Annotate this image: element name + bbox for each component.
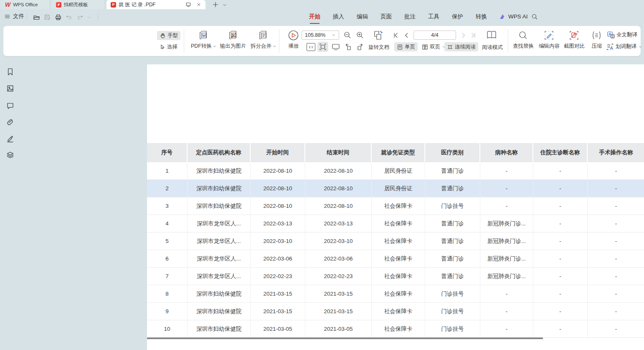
menu-tab-comment[interactable]: 批注 (404, 10, 416, 23)
table-header-cell: 手术操作名称 (588, 143, 644, 162)
layers-panel-button[interactable] (5, 150, 15, 159)
table-row[interactable]: 4深圳市龙华区人...2022-03-132022-03-13社会保障卡普通门诊… (147, 215, 644, 232)
compress-label: 压缩 (592, 43, 602, 49)
menu-tab-edit[interactable]: 编辑 (357, 10, 368, 23)
divider (508, 29, 508, 53)
signature-panel-button[interactable] (5, 134, 15, 143)
select-tool-button[interactable]: 选择 (157, 42, 180, 51)
table-row[interactable]: 9深圳市妇幼保健院2021-03-152021-03-15社会保障卡门诊挂号--… (147, 303, 644, 320)
menu-tab-tools[interactable]: 工具 (428, 10, 439, 23)
table-row[interactable]: 10深圳市妇幼保健院2021-03-052021-03-05社会保障卡门诊挂号-… (147, 320, 644, 338)
table-cell: 2022-08-10 (305, 162, 372, 180)
zoom-level-value: 105.88% (305, 32, 325, 38)
wps-ai-logo-icon (499, 13, 506, 20)
export-image-label: 输出为图片 (220, 43, 246, 49)
full-translate-button[interactable]: 全文翻译 (607, 31, 637, 38)
double-page-label: 双页 (430, 43, 440, 51)
table-cell: - (533, 268, 588, 285)
read-mode-label[interactable]: 阅读模式 (482, 44, 503, 51)
zoom-level-select[interactable]: 105.88% (302, 31, 339, 40)
table-cell: 2021-03-15 (305, 303, 372, 320)
table-cell: - (533, 162, 588, 180)
comment-panel-button[interactable] (5, 101, 15, 110)
quick-access-chevron-icon[interactable] (86, 15, 91, 20)
first-page-icon[interactable] (393, 32, 399, 38)
table-row[interactable]: 6深圳市龙华区人...2022-03-062022-03-06社会保障卡普通门诊… (147, 250, 644, 268)
menu-tab-protect[interactable]: 保护 (452, 10, 463, 23)
menu-tab-convert[interactable]: 转换 (476, 10, 487, 23)
table-cell: - (533, 197, 588, 215)
table-cell: 2021-03-15 (251, 285, 305, 303)
table-cell: 社会保障卡 (372, 197, 425, 215)
menu-tab-insert[interactable]: 插入 (333, 10, 344, 23)
actual-size-button[interactable]: 1:1 (307, 43, 315, 51)
zoom-out-icon[interactable] (343, 31, 352, 39)
table-cell: - (533, 215, 588, 232)
page-number-input[interactable]: 4/4 (413, 31, 456, 40)
table-row[interactable]: 5深圳市龙华区人...2022-03-102022-03-10社会保障卡普通门诊… (147, 232, 644, 250)
table-cell: - (588, 162, 644, 180)
table-cell: 2022-03-06 (251, 250, 305, 268)
replace-pages-icon[interactable] (373, 30, 384, 41)
table-scrollbar-thumb[interactable] (147, 337, 543, 339)
save-button[interactable] (43, 13, 52, 22)
table-row[interactable]: 3深圳市妇幼保健院2022-08-102022-08-10社会保障卡门诊挂号--… (147, 197, 644, 215)
close-tab-icon[interactable] (196, 2, 201, 7)
undo-button[interactable] (64, 13, 74, 22)
tab-label: 就 医 记 录 .PDF (119, 1, 183, 8)
monitor-icon[interactable] (185, 2, 191, 8)
thumbnail-panel-button[interactable] (5, 84, 15, 93)
menu-tab-home[interactable]: 开始 (309, 10, 320, 23)
tab-docer-templates[interactable]: 找稻壳模板 (52, 0, 105, 9)
hand-tool-button[interactable]: 手型 (157, 31, 180, 40)
fit-page-icon[interactable] (332, 43, 340, 51)
table-cell: 新冠肺炎门诊... (480, 232, 533, 250)
tab-wps-office[interactable]: W WPS Office (1, 0, 50, 9)
rotate-left-icon[interactable] (344, 43, 352, 51)
fit-width-button[interactable] (317, 42, 328, 52)
table-cell: 新冠肺炎门诊... (480, 250, 533, 268)
table-cell: - (480, 303, 533, 320)
paperclip-icon (6, 118, 14, 126)
rotate-right-icon[interactable] (356, 43, 364, 51)
table-cell: 普通门诊 (425, 268, 480, 285)
redo-button[interactable] (76, 13, 85, 22)
table-cell: 2021-03-15 (305, 285, 372, 303)
pdf-convert-label: PDF转换 (191, 43, 212, 50)
hand-icon (160, 33, 166, 39)
table-row[interactable]: 7深圳市龙华区人...2022-02-232022-02-23社会保障卡普通门诊… (147, 268, 644, 285)
continuous-reading-button[interactable]: 连续阅读 (444, 42, 478, 51)
wps-ai-button[interactable]: WPS AI (499, 13, 528, 20)
tab-list-chevron-icon[interactable] (222, 3, 227, 8)
docer-logo-icon (56, 2, 61, 8)
file-menu-button[interactable]: 文件 (4, 13, 24, 20)
table-cell: - (533, 285, 588, 303)
rotate-doc-label[interactable]: 旋转文档 (368, 44, 389, 51)
open-file-button[interactable] (32, 13, 41, 22)
table-cell: 2021-03-05 (251, 320, 305, 338)
word-translate-button[interactable]: 划词翻译 (606, 43, 642, 50)
table-cell: - (480, 320, 533, 338)
menu-search-icon[interactable] (531, 13, 538, 20)
next-page-icon[interactable] (460, 32, 467, 38)
tab-active-pdf[interactable]: P 就 医 记 录 .PDF (106, 0, 205, 9)
single-page-button[interactable]: 单页 (394, 42, 418, 51)
table-row[interactable]: 1深圳市妇幼保健院2022-08-102022-08-10居民身份证普通门诊--… (147, 162, 644, 180)
prev-page-icon[interactable] (403, 32, 410, 38)
menu-tab-page[interactable]: 页面 (380, 10, 392, 23)
zoom-in-icon[interactable] (356, 31, 364, 39)
table-cell: 2022-03-06 (305, 250, 372, 268)
attachment-panel-button[interactable] (5, 117, 15, 126)
table-row[interactable]: 8深圳市妇幼保健院2021-03-152021-03-15社会保障卡门诊挂号--… (147, 285, 644, 303)
table-cell: 深圳市妇幼保健院 (188, 285, 251, 303)
read-mode-icon[interactable] (486, 30, 498, 41)
table-cell: 居民身份证 (372, 180, 425, 197)
new-tab-plus-icon[interactable] (212, 1, 219, 8)
bookmark-panel-button[interactable] (5, 67, 15, 76)
print-button[interactable] (53, 13, 63, 22)
table-cell: 深圳市龙华区人... (188, 250, 251, 268)
table-body: 1深圳市妇幼保健院2022-08-102022-08-10居民身份证普通门诊--… (147, 162, 644, 338)
table-cell: 社会保障卡 (372, 303, 425, 320)
last-page-icon[interactable] (470, 32, 477, 38)
table-row[interactable]: 2深圳市妇幼保健院2022-08-102022-08-10居民身份证普通门诊--… (147, 180, 644, 197)
